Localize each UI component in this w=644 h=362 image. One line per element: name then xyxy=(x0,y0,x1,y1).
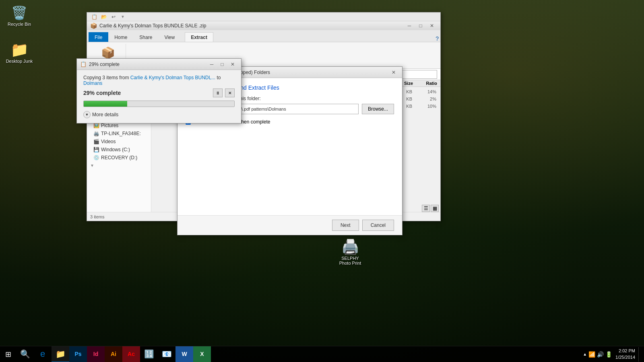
copy-percent-text: 29% complete xyxy=(83,90,121,96)
taskbar-app-ai[interactable]: Ai xyxy=(105,346,122,362)
tray-network-icon: 📶 xyxy=(588,351,595,358)
recycle-bin-icon[interactable]: 🗑️ Recycle Bin xyxy=(3,3,35,28)
nav-item-tplink[interactable]: 🖨️ TP-LINK_FA348E: xyxy=(87,130,151,138)
tab-share[interactable]: Share xyxy=(133,32,158,42)
nav-item-recovery-d[interactable]: 💿 RECOVERY (D:) xyxy=(87,154,151,162)
detail-view-button[interactable]: ▦ xyxy=(431,205,439,212)
copy-dialog-titlebar: 📋 29% complete ─ □ ✕ xyxy=(77,59,241,70)
copy-dest-link[interactable]: Dolmans xyxy=(83,80,102,86)
window-title: Carlie & Kymy's Dolman Tops BUNDLE SALE … xyxy=(99,23,404,29)
taskbar-app-ps[interactable]: Ps xyxy=(69,346,87,362)
tab-view[interactable]: View xyxy=(158,32,181,42)
tab-file[interactable]: File xyxy=(89,32,108,42)
minimize-button[interactable]: ─ xyxy=(404,22,415,30)
copy-dialog-body: Copying 3 items from Carlie & Kymy's Dol… xyxy=(77,70,241,123)
taskbar-app-calc[interactable]: 🔢 xyxy=(140,346,158,362)
nav-scroll-down[interactable]: ▼ xyxy=(90,163,94,168)
copy-close-button[interactable]: ✕ xyxy=(227,60,238,68)
nav-item-windows-c[interactable]: 💾 Windows (C:) xyxy=(87,146,151,154)
taskbar: ⊞ 🔍 e 📁 Ps Id Ai Ac 🔢 📧 W X ▲ 📶 🔊 🔋 2:02… xyxy=(0,346,644,362)
selphy-image: 🖨️ xyxy=(342,239,358,255)
copy-percent-row: 29% complete ⏸ ✕ xyxy=(83,88,235,97)
taskbar-app-excel[interactable]: X xyxy=(193,346,211,362)
desktop-junk-label: Desktop Junk xyxy=(6,59,33,64)
tray-show-desktop[interactable] xyxy=(638,347,641,362)
browse-button[interactable]: Browse... xyxy=(362,104,394,114)
list-view-button[interactable]: ☰ xyxy=(422,205,430,212)
tab-extract[interactable]: Extract xyxy=(185,32,213,42)
tray-battery-icon: 🔋 xyxy=(605,351,612,358)
tray-volume-icon[interactable]: 🔊 xyxy=(597,351,604,358)
more-details-row[interactable]: ▼ More details xyxy=(83,111,235,118)
desktop-junk-icon[interactable]: 📁 Desktop Junk xyxy=(3,40,35,65)
copy-source-link[interactable]: Carlie & Kymy's Dolman Tops BUNDL... xyxy=(130,75,215,80)
tab-home[interactable]: Home xyxy=(108,32,133,42)
maximize-button[interactable]: □ xyxy=(415,22,426,30)
view-toggle-buttons: ☰ ▦ xyxy=(422,205,439,212)
taskbar-app-search[interactable]: 🔍 xyxy=(16,346,34,362)
close-button[interactable]: ✕ xyxy=(427,22,437,30)
taskbar-apps: 🔍 e 📁 Ps Id Ai Ac 🔢 📧 W X xyxy=(16,346,580,362)
selphy-icon[interactable]: 🖨️ SELPHYPhoto Print xyxy=(334,237,366,267)
quick-access-toolbar: 📋 📂 ↩ ▼ xyxy=(87,12,440,21)
copy-from-text: Copying 3 items from Carlie & Kymy's Dol… xyxy=(83,75,235,86)
extract-dialog-footer: Next Cancel xyxy=(178,215,402,235)
progress-bar-fill xyxy=(84,101,127,107)
nav-item-videos[interactable]: 🎬 Videos xyxy=(87,138,151,146)
copy-minimize-button[interactable]: ─ xyxy=(206,60,217,68)
copy-maximize-button[interactable]: □ xyxy=(217,60,227,68)
qat-undo[interactable]: ↩ xyxy=(109,13,118,21)
taskbar-app-acrobat[interactable]: Ac xyxy=(122,346,140,362)
col-header-ratio: Ratio xyxy=(413,81,437,86)
desktop: 🗑️ Recycle Bin 📁 Desktop Junk 🖨️ SELPHYP… xyxy=(0,0,644,362)
taskbar-tray: ▲ 📶 🔊 🔋 2:02 PM 1/25/2014 xyxy=(580,347,644,362)
extract-close-button[interactable]: ✕ xyxy=(388,68,399,76)
taskbar-app-word[interactable]: W xyxy=(175,346,193,362)
copy-stop-button[interactable]: ✕ xyxy=(225,88,235,97)
copy-progress-dialog: 📋 29% complete ─ □ ✕ Copying 3 items fro… xyxy=(76,58,242,123)
taskbar-app-explorer[interactable]: 📁 xyxy=(52,346,69,362)
more-details-label: More details xyxy=(92,112,118,117)
cancel-button[interactable]: Cancel xyxy=(362,220,394,231)
taskbar-app-id[interactable]: Id xyxy=(87,346,105,362)
qat-open[interactable]: 📂 xyxy=(100,13,108,21)
more-details-chevron: ▼ xyxy=(83,111,91,118)
tray-clock[interactable]: 2:02 PM 1/25/2014 xyxy=(615,348,635,360)
recycle-bin-label: Recycle Bin xyxy=(8,22,31,27)
window-controls: ─ □ ✕ xyxy=(404,22,437,30)
tray-icons: ▲ 📶 🔊 🔋 xyxy=(583,351,612,358)
desktop-junk-image: 📁 xyxy=(11,42,27,58)
copy-pause-button[interactable]: ⏸ xyxy=(213,88,223,97)
selphy-label: SELPHYPhoto Print xyxy=(339,256,361,265)
help-button[interactable]: ? xyxy=(436,35,439,42)
copy-control-buttons: ⏸ ✕ xyxy=(213,88,235,97)
clock-time: 2:02 PM xyxy=(615,348,635,354)
recycle-bin-image: 🗑️ xyxy=(11,5,27,21)
qat-pin[interactable]: 📋 xyxy=(90,13,98,21)
taskbar-app-outlook[interactable]: 📧 xyxy=(158,346,175,362)
taskbar-app-ie[interactable]: e xyxy=(34,346,52,362)
copy-dialog-title-text: 29% complete xyxy=(89,62,120,67)
clock-date: 1/25/2014 xyxy=(615,354,635,360)
tray-up-arrow[interactable]: ▲ xyxy=(583,352,587,356)
item-count: 3 items xyxy=(90,214,104,219)
start-button[interactable]: ⊞ xyxy=(0,346,16,362)
next-button[interactable]: Next xyxy=(332,220,359,231)
progress-bar-container xyxy=(83,101,235,107)
